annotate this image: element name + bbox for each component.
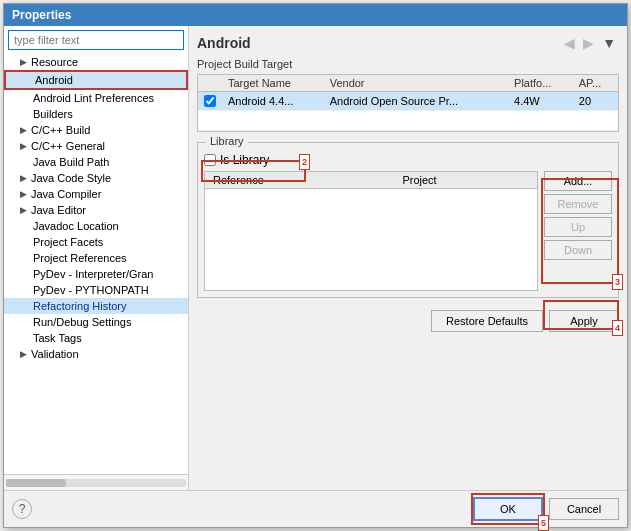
dialog-bottom-bar: ? OK 5 Cancel bbox=[4, 490, 627, 527]
right-header: Android ◀ ▶ ▼ bbox=[197, 34, 619, 52]
sidebar-item-resource[interactable]: ▶Resource bbox=[4, 54, 188, 70]
sidebar-item-label: C/C++ General bbox=[31, 140, 105, 152]
sidebar-item-builders[interactable]: Builders bbox=[4, 106, 188, 122]
nav-arrows: ◀ ▶ ▼ bbox=[561, 34, 619, 52]
cell-target: Android 4.4... bbox=[222, 92, 324, 111]
sidebar-item-label: Run/Debug Settings bbox=[33, 316, 131, 328]
restore-apply-row: Restore Defaults Apply 4 bbox=[197, 304, 619, 332]
dialog-titlebar: Properties bbox=[4, 4, 627, 26]
down-button[interactable]: Down bbox=[544, 240, 612, 260]
sidebar-item-java-compiler[interactable]: ▶Java Compiler bbox=[4, 186, 188, 202]
sidebar-item-validation[interactable]: ▶Validation bbox=[4, 346, 188, 362]
tree-arrow-icon: ▶ bbox=[20, 173, 27, 183]
tree-arrow-icon: ▶ bbox=[20, 57, 27, 67]
horizontal-scrollbar[interactable] bbox=[4, 474, 188, 490]
sidebar-item-label: Validation bbox=[31, 348, 79, 360]
sidebar-item-label: Java Code Style bbox=[31, 172, 111, 184]
ok-button[interactable]: OK bbox=[473, 497, 543, 521]
sidebar-item-run-debug[interactable]: Run/Debug Settings bbox=[4, 314, 188, 330]
sidebar-item-label: Java Compiler bbox=[31, 188, 101, 200]
up-button[interactable]: Up bbox=[544, 217, 612, 237]
dialog-title: Properties bbox=[12, 8, 71, 22]
row-checkbox[interactable] bbox=[204, 95, 216, 107]
filter-input[interactable] bbox=[8, 30, 184, 50]
sidebar-item-label: Javadoc Location bbox=[33, 220, 119, 232]
tree-arrow-icon: ▶ bbox=[20, 189, 27, 199]
table-row[interactable]: Android 4.4... Android Open Source Pr...… bbox=[198, 92, 618, 111]
tree-arrow-icon: ▶ bbox=[20, 125, 27, 135]
sidebar-item-label: Project References bbox=[33, 252, 127, 264]
col-checkbox bbox=[198, 75, 222, 92]
scrollbar-track bbox=[6, 479, 186, 487]
sidebar-item-label: PyDev - Interpreter/Gran bbox=[33, 268, 153, 280]
cancel-button[interactable]: Cancel bbox=[549, 498, 619, 520]
is-library-checkbox[interactable] bbox=[204, 154, 216, 166]
sidebar-item-label: Android Lint Preferences bbox=[33, 92, 154, 104]
sidebar-item-javadoc[interactable]: Javadoc Location bbox=[4, 218, 188, 234]
lib-col-reference: Reference bbox=[205, 172, 394, 189]
sidebar-item-label: C/C++ Build bbox=[31, 124, 90, 136]
sidebar-item-label: Resource bbox=[31, 56, 78, 68]
apply-button[interactable]: Apply bbox=[549, 310, 619, 332]
sidebar-item-android-lint[interactable]: Android Lint Preferences bbox=[4, 90, 188, 106]
col-target-name: Target Name bbox=[222, 75, 324, 92]
sidebar-item-java-code-style[interactable]: ▶Java Code Style bbox=[4, 170, 188, 186]
build-target-table: Target Name Vendor Platfo... AP... Andro… bbox=[197, 74, 619, 132]
lib-col-project: Project bbox=[394, 172, 537, 189]
scrollbar-thumb bbox=[6, 479, 66, 487]
library-section: Library Is Library Reference Project bbox=[197, 142, 619, 298]
left-panel: ▶ResourceAndroid1Android Lint Preference… bbox=[4, 26, 189, 490]
is-library-label: Is Library bbox=[220, 153, 269, 167]
sidebar-item-label: Java Build Path bbox=[33, 156, 109, 168]
sidebar-item-task-tags[interactable]: Task Tags bbox=[4, 330, 188, 346]
cell-api: 20 bbox=[573, 92, 618, 111]
tree-list: ▶ResourceAndroid1Android Lint Preference… bbox=[4, 54, 188, 474]
col-api: AP... bbox=[573, 75, 618, 92]
sidebar-item-cpp-general[interactable]: ▶C/C++ General bbox=[4, 138, 188, 154]
remove-button[interactable]: Remove bbox=[544, 194, 612, 214]
sidebar-item-cpp-build[interactable]: ▶C/C++ Build bbox=[4, 122, 188, 138]
dialog-body: ▶ResourceAndroid1Android Lint Preference… bbox=[4, 26, 627, 490]
library-section-wrapper: Library Is Library Reference Project bbox=[197, 142, 619, 304]
right-panel: Android ◀ ▶ ▼ Project Build Target Targe… bbox=[189, 26, 627, 490]
properties-dialog: Properties ▶ResourceAndroid1Android Lint… bbox=[3, 3, 628, 528]
add-button[interactable]: Add... bbox=[544, 171, 612, 191]
ok-wrapper: OK 5 bbox=[473, 497, 543, 521]
library-content: Reference Project Add... bbox=[204, 171, 612, 291]
is-library-row: Is Library bbox=[204, 153, 612, 167]
sidebar-item-label: Builders bbox=[33, 108, 73, 120]
col-vendor: Vendor bbox=[324, 75, 508, 92]
sidebar-item-label: Task Tags bbox=[33, 332, 82, 344]
tree-arrow-icon: ▶ bbox=[20, 349, 27, 359]
help-button[interactable]: ? bbox=[12, 499, 32, 519]
nav-dropdown-button[interactable]: ▼ bbox=[599, 34, 619, 52]
sidebar-item-label: Java Editor bbox=[31, 204, 86, 216]
sidebar-item-java-build-path[interactable]: Java Build Path bbox=[4, 154, 188, 170]
cell-vendor: Android Open Source Pr... bbox=[324, 92, 508, 111]
nav-forward-button[interactable]: ▶ bbox=[580, 34, 597, 52]
library-buttons: Add... Remove Up Down bbox=[544, 171, 612, 291]
col-platform: Platfo... bbox=[508, 75, 573, 92]
sidebar-item-label: Project Facets bbox=[33, 236, 103, 248]
sidebar-item-pydev-python[interactable]: PyDev - PYTHONPATH bbox=[4, 282, 188, 298]
nav-back-button[interactable]: ◀ bbox=[561, 34, 578, 52]
sidebar-item-android[interactable]: Android1 bbox=[4, 70, 188, 90]
cell-platform: 4.4W bbox=[508, 92, 573, 111]
sidebar-item-label: Refactoring History bbox=[33, 300, 127, 312]
tree-arrow-icon: ▶ bbox=[20, 141, 27, 151]
sidebar-item-label: PyDev - PYTHONPATH bbox=[33, 284, 149, 296]
sidebar-item-project-facets[interactable]: Project Facets bbox=[4, 234, 188, 250]
section-title: Android bbox=[197, 35, 251, 51]
library-table-wrapper: Reference Project bbox=[204, 171, 538, 291]
library-legend: Library bbox=[206, 135, 248, 147]
sidebar-item-java-editor[interactable]: ▶Java Editor bbox=[4, 202, 188, 218]
sidebar-item-pydev-interp[interactable]: PyDev - Interpreter/Gran bbox=[4, 266, 188, 282]
tree-arrow-icon: ▶ bbox=[20, 205, 27, 215]
restore-defaults-button[interactable]: Restore Defaults bbox=[431, 310, 543, 332]
build-target-label: Project Build Target bbox=[197, 58, 619, 70]
sidebar-item-label: Android bbox=[35, 74, 73, 86]
sidebar-item-refactoring[interactable]: Refactoring History bbox=[4, 298, 188, 314]
sidebar-item-project-refs[interactable]: Project References bbox=[4, 250, 188, 266]
